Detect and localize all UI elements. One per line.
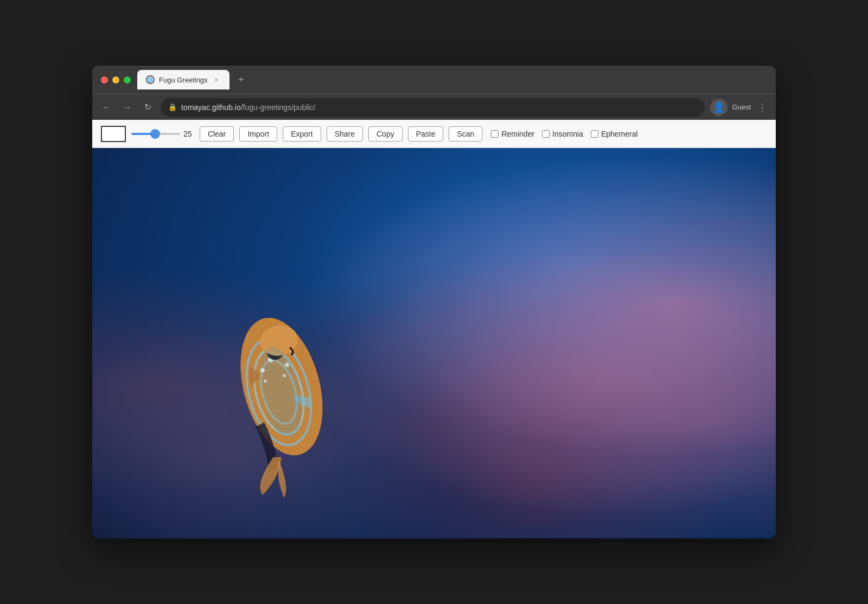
profile-area: 👤 Guest ⋮ bbox=[710, 99, 769, 116]
share-button[interactable]: Share bbox=[327, 126, 363, 142]
toolbar: 25 Clear Import Export Share Copy Paste … bbox=[92, 120, 776, 148]
checkbox-group: Reminder Insomnia Ephemeral bbox=[491, 130, 637, 138]
browser-window: 🌐 Fugu Greetings × + ← → ↻ 🔒 tomayac.git… bbox=[92, 66, 776, 538]
maximize-button[interactable] bbox=[124, 76, 131, 83]
clear-button[interactable]: Clear bbox=[200, 126, 234, 142]
close-button[interactable] bbox=[101, 76, 108, 83]
reminder-checkbox-label[interactable]: Reminder bbox=[491, 130, 534, 138]
reload-button[interactable]: ↻ bbox=[140, 100, 155, 115]
tab-title: Fugu Greetings bbox=[159, 76, 208, 84]
size-value: 25 bbox=[183, 130, 194, 138]
paste-button[interactable]: Paste bbox=[408, 126, 444, 142]
title-bar: 🌐 Fugu Greetings × + bbox=[92, 66, 776, 94]
address-bar[interactable]: 🔒 tomayac.github.io/fugu-greetings/publi… bbox=[161, 98, 705, 117]
color-swatch[interactable] bbox=[101, 126, 126, 142]
tab-favicon: 🌐 bbox=[146, 75, 155, 84]
address-url: tomayac.github.io/fugu-greetings/public/ bbox=[181, 103, 697, 112]
minimize-button[interactable] bbox=[112, 76, 119, 83]
insomnia-checkbox-label[interactable]: Insomnia bbox=[542, 130, 583, 138]
reminder-label: Reminder bbox=[501, 130, 534, 138]
copy-button[interactable]: Copy bbox=[368, 126, 403, 142]
lock-icon: 🔒 bbox=[168, 103, 177, 111]
ephemeral-label: Ephemeral bbox=[601, 130, 638, 138]
back-button[interactable]: ← bbox=[99, 100, 114, 115]
insomnia-label: Insomnia bbox=[552, 130, 583, 138]
profile-icon[interactable]: 👤 bbox=[710, 99, 727, 116]
size-slider-container: 25 bbox=[131, 130, 194, 138]
scan-button[interactable]: Scan bbox=[449, 126, 482, 142]
new-tab-button[interactable]: + bbox=[234, 72, 249, 87]
size-slider[interactable] bbox=[131, 133, 180, 135]
traffic-lights bbox=[101, 76, 131, 83]
forward-button[interactable]: → bbox=[119, 100, 135, 115]
nav-bar: ← → ↻ 🔒 tomayac.github.io/fugu-greetings… bbox=[92, 94, 776, 120]
export-button[interactable]: Export bbox=[283, 126, 321, 142]
import-button[interactable]: Import bbox=[239, 126, 277, 142]
profile-label: Guest bbox=[732, 103, 751, 111]
ephemeral-checkbox-label[interactable]: Ephemeral bbox=[591, 130, 638, 138]
fish-scene bbox=[92, 148, 776, 538]
tab-close-button[interactable]: × bbox=[212, 75, 221, 84]
canvas-area[interactable] bbox=[92, 148, 776, 538]
insomnia-checkbox[interactable] bbox=[542, 130, 550, 138]
reminder-checkbox[interactable] bbox=[491, 130, 499, 138]
ephemeral-checkbox[interactable] bbox=[591, 130, 598, 138]
fish-illustration bbox=[195, 246, 368, 506]
tab-area: 🌐 Fugu Greetings × + bbox=[137, 70, 767, 89]
browser-menu-button[interactable]: ⋮ bbox=[755, 99, 769, 115]
active-tab[interactable]: 🌐 Fugu Greetings × bbox=[137, 70, 229, 89]
